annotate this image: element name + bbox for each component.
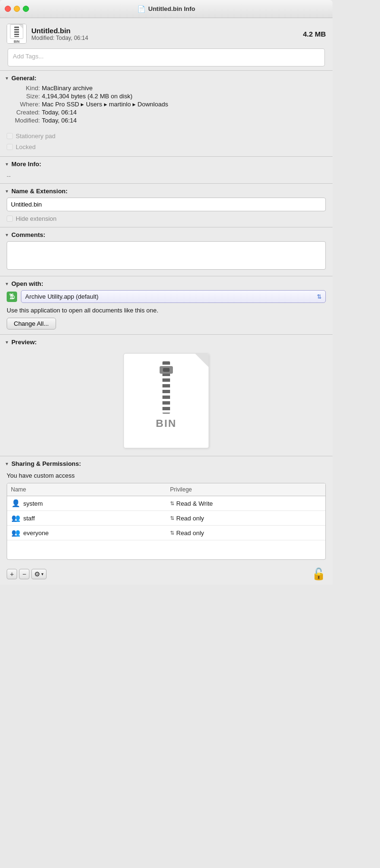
table-row: 👥 everyone ⇅ Read only [7,526,325,540]
hide-extension-label: Hide extension [16,215,57,222]
sharing-label: Sharing & Permissions: [11,460,81,467]
zip-graphic [150,361,183,414]
remove-permission-button[interactable]: − [19,569,29,579]
preview-header[interactable]: ▼ Preview: [0,335,332,349]
remove-icon: − [22,570,26,578]
file-modified: Modified: Today, 06:14 [31,35,88,41]
hide-ext-row: Hide extension [7,215,326,222]
app-select-arrows-icon: ⇅ [317,293,322,300]
filename-input[interactable] [7,198,326,211]
staff-user-name: staff [23,515,35,522]
title-bar: 📄 Untitled.bin Info [0,0,332,18]
file-size: 4.2 MB [303,30,326,38]
stationery-checkbox[interactable] [7,133,13,139]
perm-arrows-staff: ⇅ [170,515,174,521]
locked-checkbox[interactable] [7,144,13,150]
name-ext-triangle: ▼ [5,189,9,194]
window-title: 📄 Untitled.bin Info [137,5,195,13]
created-row: Created: Today, 06:14 [7,109,326,116]
corner-fold-icon [195,354,209,367]
open-with-note: Use this application to open all documen… [7,307,326,314]
staff-privilege: Read only [176,515,204,522]
comments-section: ▼ Comments: [0,227,332,276]
name-extension-body: Hide extension [0,198,332,227]
kind-value: MacBinary archive [42,85,93,92]
size-row: Size: 4,194,304 bytes (4.2 MB on disk) [7,93,326,100]
everyone-user-name: everyone [23,529,48,537]
file-icon: BIN [7,24,27,44]
user-cell-everyone: 👥 everyone [7,526,166,540]
name-extension-header[interactable]: ▼ Name & Extension: [0,184,332,198]
app-select-dropdown[interactable]: Archive Utility.app (default) ⇅ [21,290,326,303]
gear-menu-button[interactable]: ⚙ ▾ [31,569,47,579]
general-label: General: [11,75,37,82]
where-value: Mac Pro SSD ▸ Users ▸ martinlo ▸ Downloa… [42,101,168,108]
preview-area: BIN [0,349,332,456]
general-section: ▼ General: Kind: MacBinary archive Size:… [0,70,332,156]
permissions-toolbar: + − ⚙ ▾ 🔓 [0,565,332,585]
custom-access-note: You have custom access [0,470,332,483]
comments-header[interactable]: ▼ Comments: [0,227,332,241]
title-icon: 📄 [137,5,145,13]
col-privilege-header: Privilege [166,485,325,494]
title-text: Untitled.bin Info [148,5,195,12]
stationery-label: Stationery pad [16,132,56,140]
preview-label: Preview: [11,339,37,346]
more-info-label: More Info: [11,160,41,168]
preview-file-label: BIN [156,417,177,430]
system-user-name: system [23,500,43,507]
system-privilege: Read & Write [176,500,213,507]
system-user-icon: 👤 [11,499,20,508]
minimize-button[interactable] [14,6,20,12]
comments-textarea[interactable] [7,241,326,270]
add-icon: + [10,570,14,578]
gear-icon: ⚙ [34,570,40,578]
stationery-row: Stationery pad [7,130,326,141]
table-row: 👥 staff ⇅ Read only [7,511,325,526]
sharing-header[interactable]: ▼ Sharing & Permissions: [0,456,332,470]
maximize-button[interactable] [23,6,29,12]
locked-row: Locked [7,141,326,151]
permissions-table: Name Privilege 👤 system ⇅ Read & Write 👥… [7,483,326,560]
everyone-privilege: Read only [176,529,204,537]
preview-file-icon: BIN [124,353,209,448]
comments-label: Comments: [11,231,46,238]
file-header: BIN Untitled.bin Modified: Today, 06:14 … [0,18,332,48]
traffic-lights [5,6,29,12]
created-value: Today, 06:14 [42,109,76,116]
file-name: Untitled.bin [31,27,88,35]
more-info-section: ▼ More Info: -- [0,156,332,183]
user-cell-staff: 👥 staff [7,511,166,525]
tags-input[interactable]: Add Tags... [8,48,325,66]
name-ext-label: Name & Extension: [11,188,67,195]
size-label: Size: [7,93,40,100]
priv-cell-system: ⇅ Read & Write [166,498,325,509]
change-all-button[interactable]: Change All... [7,318,56,330]
sharing-section: ▼ Sharing & Permissions: You have custom… [0,456,332,585]
comments-triangle: ▼ [5,233,9,237]
user-cell-system: 👤 system [7,496,166,510]
more-info-value: -- [0,170,332,183]
add-permission-button[interactable]: + [7,569,17,579]
close-button[interactable] [5,6,11,12]
open-with-header[interactable]: ▼ Open with: [0,276,332,290]
file-info: BIN Untitled.bin Modified: Today, 06:14 [7,24,88,44]
priv-cell-everyone: ⇅ Read only [166,527,325,539]
general-section-header[interactable]: ▼ General: [0,71,332,85]
staff-user-icon: 👥 [11,513,20,523]
locked-label: Locked [16,143,36,151]
size-value: 4,194,304 bytes (4.2 MB on disk) [42,93,133,100]
hide-extension-checkbox[interactable] [7,216,13,222]
open-with-body: 🗜 Archive Utility.app (default) ⇅ Use th… [0,290,332,334]
modified-value: Today, 06:14 [42,117,76,124]
empty-permissions-rows [7,540,325,559]
name-extension-section: ▼ Name & Extension: Hide extension [0,183,332,227]
priv-cell-staff: ⇅ Read only [166,512,325,524]
more-info-header[interactable]: ▼ More Info: [0,157,332,170]
lock-icon[interactable]: 🔓 [312,567,326,581]
where-label: Where: [7,101,40,108]
open-with-triangle: ▼ [5,282,9,286]
where-row: Where: Mac Pro SSD ▸ Users ▸ martinlo ▸ … [7,101,326,108]
created-label: Created: [7,109,40,116]
modified-label: Modified: [7,117,40,124]
